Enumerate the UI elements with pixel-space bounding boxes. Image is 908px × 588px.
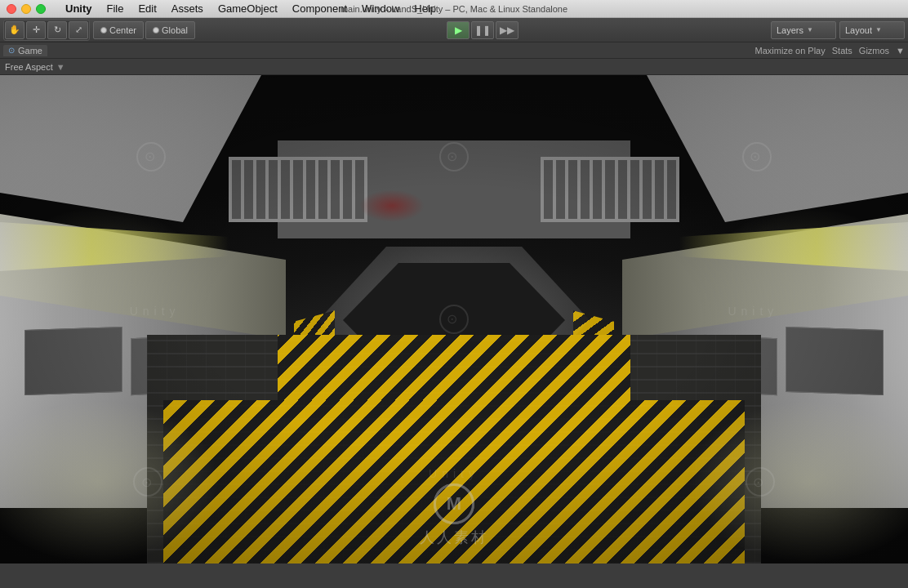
brand-char: M xyxy=(447,493,461,514)
pivot-group: Center Global xyxy=(93,21,195,39)
game-tab-label: Game xyxy=(18,46,42,56)
layout-dropdown-arrow: ▼ xyxy=(875,26,882,33)
hand-tool-button[interactable]: ✋ xyxy=(5,21,24,39)
layers-label: Layers xyxy=(777,25,803,35)
unity-toolbar: ✋ ✛ ↻ ⤢ Center Global ▶ ❚❚ ▶▶ Layers ▼ L… xyxy=(0,18,908,42)
pivot-radio xyxy=(100,27,107,33)
play-button[interactable]: ▶ xyxy=(447,21,470,39)
window-title: main.unity – LandS_Unity – PC, Mac & Lin… xyxy=(340,4,568,14)
layout-label: Layout xyxy=(845,25,872,35)
pivot-label: Center xyxy=(109,25,136,35)
game-viewport[interactable]: ⊙ ⊙ ⊙ Unity ⊙ Unity xyxy=(0,75,908,564)
layers-dropdown[interactable]: Layers ▼ xyxy=(771,21,836,39)
coord-radio xyxy=(153,27,159,33)
title-bar: Unity File Edit Assets GameObject Compon… xyxy=(0,0,908,18)
menu-file[interactable]: File xyxy=(100,2,131,16)
maximize-button[interactable] xyxy=(36,4,46,14)
minimize-button[interactable] xyxy=(21,4,31,14)
aspect-bar: Free Aspect ▼ xyxy=(0,59,908,75)
menu-unity[interactable]: Unity xyxy=(59,2,99,16)
panel-bar: ⊙ Game Maximize on Play Stats Gizmos ▼ xyxy=(0,42,908,59)
traffic-lights xyxy=(7,4,46,14)
pivot-button[interactable]: Center xyxy=(93,21,144,39)
transform-tools-group: ✋ ✛ ↻ ⤢ xyxy=(3,20,90,41)
layers-dropdown-arrow: ▼ xyxy=(807,26,813,33)
gizmos-arrow: ▼ xyxy=(896,46,905,56)
scale-tool-button[interactable]: ⤢ xyxy=(69,21,88,39)
aspect-separator: ▼ xyxy=(56,62,65,72)
pause-button[interactable]: ❚❚ xyxy=(471,21,494,39)
menu-edit[interactable]: Edit xyxy=(131,2,162,16)
aspect-label[interactable]: Free Aspect xyxy=(5,62,53,72)
rotate-tool-button[interactable]: ↻ xyxy=(47,21,67,39)
bottom-watermark: M 人人素材 xyxy=(420,483,488,547)
move-tool-button[interactable]: ✛ xyxy=(26,21,46,39)
coord-button[interactable]: Global xyxy=(145,21,195,39)
layout-dropdown[interactable]: Layout ▼ xyxy=(839,21,905,39)
gizmos-button[interactable]: Gizmos xyxy=(859,46,889,56)
maximize-on-play[interactable]: Maximize on Play xyxy=(755,46,826,56)
game-tab-icon: ⊙ xyxy=(8,46,15,55)
panel-bar-right: Maximize on Play Stats Gizmos ▼ xyxy=(755,46,905,56)
close-button[interactable] xyxy=(7,4,16,14)
play-controls: ▶ ❚❚ ▶▶ xyxy=(198,21,768,39)
stats-button[interactable]: Stats xyxy=(832,46,852,56)
brand-name: 人人素材 xyxy=(420,528,488,547)
game-tab[interactable]: ⊙ Game xyxy=(3,45,47,56)
step-button[interactable]: ▶▶ xyxy=(496,21,519,39)
toolbar-right: Layers ▼ Layout ▼ xyxy=(771,21,905,39)
menu-assets[interactable]: Assets xyxy=(165,2,210,16)
brand-logo: M xyxy=(434,483,474,524)
coord-label: Global xyxy=(162,25,188,35)
corridor-scene: ⊙ ⊙ ⊙ Unity ⊙ Unity xyxy=(0,75,908,564)
menu-gameobject[interactable]: GameObject xyxy=(211,2,284,16)
